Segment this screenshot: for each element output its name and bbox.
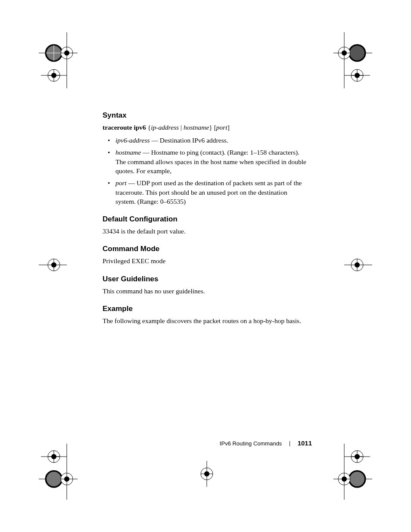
syntax-arg-port: port — [216, 124, 227, 131]
syntax-command: traceroute ipv6 — [103, 124, 146, 131]
param-desc: — Hostname to ping (contact). (Range: 1–… — [115, 149, 306, 174]
syntax-bracket-close: ] — [227, 124, 230, 131]
text-example: The following example discovers the pack… — [103, 316, 308, 326]
heading-default-configuration: Default Configuration — [103, 215, 308, 224]
text-user-guidelines: This command has no user guidelines. — [103, 286, 308, 296]
svg-point-18 — [350, 46, 364, 60]
page: Syntax traceroute ipv6 {ip-address | hos… — [0, 0, 411, 532]
heading-command-mode: Command Mode — [103, 245, 308, 253]
svg-point-46 — [47, 472, 61, 486]
syntax-line: traceroute ipv6 {ip-address | hostname} … — [103, 122, 308, 132]
param-term: port — [115, 179, 127, 187]
crop-mark-mid-left — [26, 252, 69, 278]
param-ipv6-address: ipv6-address — Destination IPv6 address. — [103, 136, 308, 145]
syntax-brace-close: } [ — [209, 124, 216, 131]
text-default-configuration: 33434 is the default port value. — [103, 226, 308, 236]
param-term: ipv6-address — [115, 137, 150, 144]
syntax-arg-ipaddress: ip-address — [151, 124, 179, 131]
document-content: Syntax traceroute ipv6 {ip-address | hos… — [103, 111, 308, 328]
parameter-list: ipv6-address — Destination IPv6 address.… — [103, 136, 308, 206]
param-desc: — UDP port used as the destination of pa… — [115, 179, 302, 205]
param-port: port — UDP port used as the destination … — [103, 178, 308, 206]
param-term: hostname — [115, 149, 141, 156]
heading-syntax: Syntax — [103, 111, 308, 120]
heading-user-guidelines: User Guidelines — [103, 275, 308, 283]
crop-mark-mid-right — [342, 252, 385, 278]
crop-mark-top-right — [333, 32, 385, 88]
crop-mark-bottom-center — [190, 457, 224, 491]
syntax-pipe: | — [179, 124, 184, 131]
heading-example: Example — [103, 305, 308, 313]
crop-mark-bottom-right — [333, 444, 385, 500]
text-command-mode: Privileged EXEC mode — [103, 256, 308, 266]
footer-separator — [290, 441, 290, 446]
footer-section-name: IPv6 Routing Commands — [220, 440, 282, 447]
footer-page-number: 1011 — [298, 439, 312, 447]
param-hostname: hostname — Hostname to ping (contact). (… — [103, 148, 308, 176]
crop-mark-top-left — [26, 32, 78, 88]
param-desc: — Destination IPv6 address. — [150, 137, 228, 144]
syntax-arg-hostname: hostname — [184, 124, 209, 131]
crop-mark-bottom-left — [26, 444, 78, 500]
page-footer: IPv6 Routing Commands 1011 — [220, 439, 312, 447]
svg-point-64 — [350, 472, 364, 486]
